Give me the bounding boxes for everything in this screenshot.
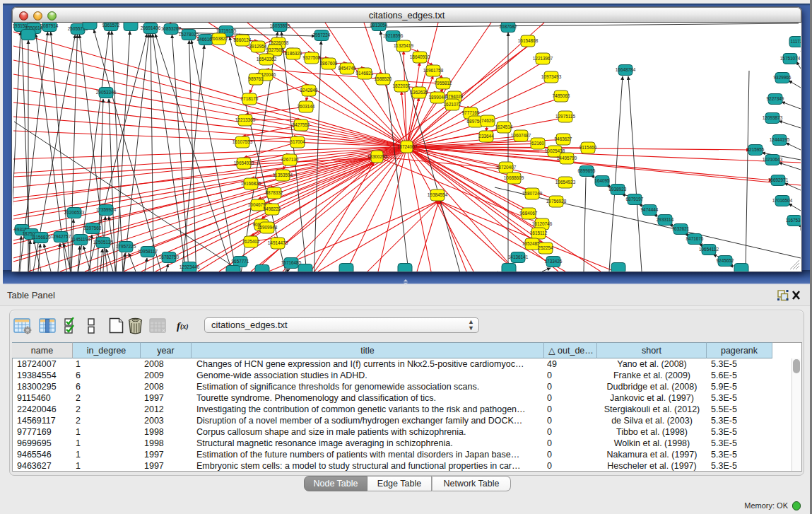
svg-text:19654923: 19654923 <box>555 180 576 185</box>
svg-text:17016504: 17016504 <box>772 198 793 203</box>
svg-text:14495799: 14495799 <box>557 156 577 160</box>
svg-text:17359924: 17359924 <box>96 207 117 212</box>
svg-text:10688609: 10688609 <box>504 175 524 180</box>
svg-text:15692971: 15692971 <box>768 177 789 182</box>
svg-text:29053346: 29053346 <box>96 90 117 95</box>
svg-text:8912954: 8912954 <box>249 44 267 49</box>
svg-text:1899044: 1899044 <box>429 95 447 100</box>
svg-text:9397568: 9397568 <box>84 226 102 230</box>
svg-text:10654112: 10654112 <box>699 247 719 252</box>
svg-text:16782759: 16782759 <box>159 255 180 259</box>
svg-text:8813054: 8813054 <box>370 23 388 28</box>
svg-text:11325419: 11325419 <box>394 43 413 48</box>
svg-text:10853267: 10853267 <box>161 26 182 31</box>
svg-text:19384554: 19384554 <box>428 192 448 197</box>
svg-text:11451194: 11451194 <box>71 237 90 242</box>
svg-text:19654933: 19654933 <box>234 160 254 165</box>
svg-text:3267130: 3267130 <box>281 157 299 162</box>
svg-text:7663822: 7663822 <box>211 36 228 41</box>
svg-text:7485063: 7485063 <box>553 93 570 98</box>
svg-text:9463627: 9463627 <box>555 136 572 141</box>
svg-text:10719155: 10719155 <box>216 28 237 33</box>
svg-text:9474444: 9474444 <box>641 207 659 212</box>
svg-text:1167534: 1167534 <box>786 218 801 223</box>
svg-text:2933114: 2933114 <box>657 217 674 222</box>
svg-text:1621072: 1621072 <box>444 102 461 107</box>
svg-text:62160: 62160 <box>531 141 544 146</box>
svg-text:17957225: 17957225 <box>116 244 136 249</box>
svg-text:16120746: 16120746 <box>532 221 553 226</box>
svg-text:16961758: 16961758 <box>423 68 444 73</box>
svg-text:7632621: 7632621 <box>672 226 690 231</box>
svg-text:14914473: 14914473 <box>268 240 288 245</box>
svg-text:317004: 317004 <box>290 139 305 144</box>
svg-text:12213369: 12213369 <box>235 117 256 122</box>
svg-text:2087914: 2087914 <box>41 23 59 28</box>
svg-text:2867608: 2867608 <box>320 61 338 66</box>
svg-text:15909948: 15909948 <box>257 225 278 230</box>
svg-text:9777169: 9777169 <box>462 110 480 115</box>
svg-text:7955812: 7955812 <box>435 81 452 86</box>
svg-text:2603144: 2603144 <box>298 104 315 109</box>
svg-text:11353594: 11353594 <box>273 173 293 177</box>
svg-text:164095: 164095 <box>594 178 610 183</box>
svg-text:11172: 11172 <box>791 39 801 44</box>
svg-text:9227349: 9227349 <box>767 96 784 101</box>
svg-text:15751074: 15751074 <box>780 56 801 61</box>
svg-text:252254: 252254 <box>538 245 553 250</box>
svg-text:11156829: 11156829 <box>31 235 51 240</box>
svg-text:19218596: 19218596 <box>383 33 404 38</box>
svg-text:18724007: 18724007 <box>397 144 418 149</box>
svg-text:15716485: 15716485 <box>281 260 302 265</box>
svg-text:1624514: 1624514 <box>495 124 513 129</box>
svg-text:8938923: 8938923 <box>609 187 627 192</box>
svg-text:16107553: 16107553 <box>233 139 253 144</box>
svg-text:9327505: 9327505 <box>266 47 284 52</box>
svg-text:14136141: 14136141 <box>508 255 529 259</box>
svg-text:12213967: 12213967 <box>533 56 553 61</box>
svg-text:12444195: 12444195 <box>770 137 790 142</box>
svg-text:1733426: 1733426 <box>545 259 563 264</box>
svg-text:12923446: 12923446 <box>180 264 200 269</box>
svg-text:74626: 74626 <box>481 118 494 123</box>
svg-text:2087682: 2087682 <box>500 24 517 29</box>
svg-text:12093873: 12093873 <box>763 115 783 120</box>
svg-text:7957224: 7957224 <box>313 33 331 37</box>
svg-text:8878332: 8878332 <box>266 190 283 195</box>
svg-text:989761: 989761 <box>248 76 264 81</box>
svg-text:6899695: 6899695 <box>578 168 596 173</box>
svg-text:12505135: 12505135 <box>93 240 114 245</box>
svg-text:5498222: 5498222 <box>264 206 281 211</box>
svg-text:10210643: 10210643 <box>763 157 783 162</box>
svg-text:16543362: 16543362 <box>257 57 277 62</box>
svg-text:1615112: 1615112 <box>530 230 548 235</box>
svg-text:20206533: 20206533 <box>64 210 85 215</box>
svg-text:9657771: 9657771 <box>232 259 249 264</box>
svg-text:9327508: 9327508 <box>303 55 321 60</box>
svg-text:20691406: 20691406 <box>141 25 161 30</box>
svg-text:8186323: 8186323 <box>285 51 302 56</box>
svg-text:15807249: 15807249 <box>522 191 543 196</box>
svg-text:16154808: 16154808 <box>518 38 539 43</box>
svg-text:7625402: 7625402 <box>242 239 260 244</box>
svg-text:8427552: 8427552 <box>293 122 310 127</box>
svg-text:6879197: 6879197 <box>626 197 644 201</box>
svg-text:1822037: 1822037 <box>393 83 411 88</box>
svg-text:18640910: 18640910 <box>410 54 430 59</box>
svg-text:10607487: 10607487 <box>511 133 531 138</box>
svg-text:(x): (x) <box>180 322 189 331</box>
svg-text:9115460: 9115460 <box>579 145 597 150</box>
svg-text:6794028: 6794028 <box>446 94 464 99</box>
svg-text:9684067: 9684067 <box>520 211 538 216</box>
svg-text:1362635: 1362635 <box>411 90 428 95</box>
svg-text:9329966: 9329966 <box>774 75 792 80</box>
svg-text:19756928: 19756928 <box>546 199 567 204</box>
svg-text:18300295: 18300295 <box>367 154 388 159</box>
svg-text:9242848: 9242848 <box>300 88 318 93</box>
svg-text:3215955: 3215955 <box>747 147 765 152</box>
svg-text:18720407: 18720407 <box>496 165 517 170</box>
svg-text:8471676: 8471676 <box>686 236 704 241</box>
svg-text:9361572: 9361572 <box>102 23 120 28</box>
svg-text:19166825: 19166825 <box>241 181 261 186</box>
svg-text:15278025: 15278025 <box>179 32 199 37</box>
